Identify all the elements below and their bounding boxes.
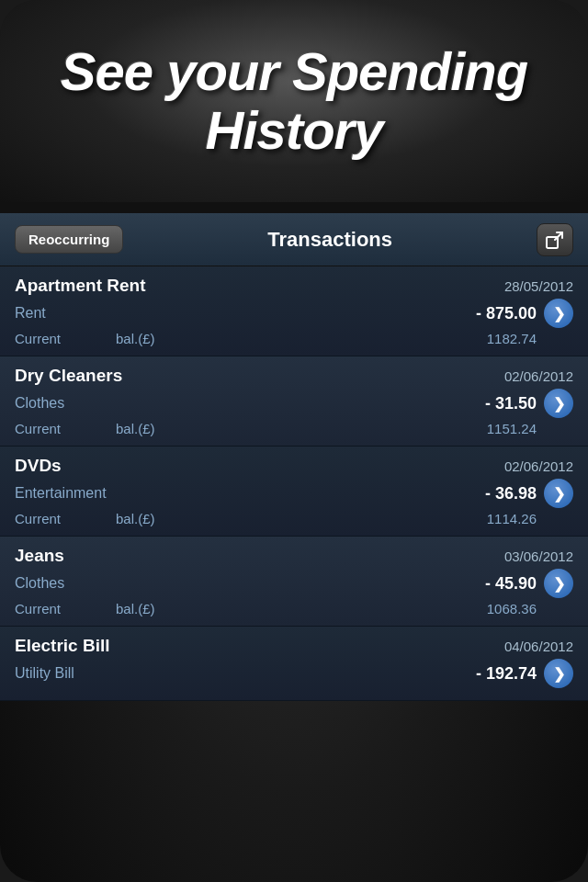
- tx-balance-0: 1182.74: [487, 331, 573, 346]
- tx-bal-label-1: bal.(£): [116, 421, 155, 436]
- separator: [0, 202, 588, 213]
- tx-detail-button-1[interactable]: ❯: [544, 389, 573, 418]
- tx-date-0: 28/05/2012: [504, 278, 573, 294]
- tx-date-3: 03/06/2012: [504, 548, 573, 564]
- chevron-right-icon: ❯: [553, 485, 565, 503]
- table-row: Jeans 03/06/2012 Clothes - 45.90 ❯ Curre…: [0, 537, 588, 627]
- transaction-list: Apartment Rent 28/05/2012 Rent - 875.00 …: [0, 266, 588, 701]
- tx-date-4: 04/06/2012: [504, 639, 573, 654]
- chevron-right-icon: ❯: [553, 395, 565, 413]
- toolbar-title: Transactions: [123, 228, 537, 252]
- hero-section: See your Spending History: [0, 0, 588, 202]
- tx-balance-2: 1114.26: [487, 511, 573, 526]
- tx-title-0: Apartment Rent: [15, 276, 146, 296]
- tx-detail-button-3[interactable]: ❯: [544, 569, 573, 598]
- tx-category-0: Rent: [15, 305, 46, 322]
- tx-bal-label-3: bal.(£): [116, 601, 155, 616]
- chevron-right-icon: ❯: [553, 575, 565, 593]
- tx-title-2: DVDs: [15, 456, 62, 476]
- toolbar: Reoccurring Transactions: [0, 213, 588, 266]
- tx-category-4: Utility Bill: [15, 665, 74, 682]
- tx-current-1: Current: [15, 421, 61, 436]
- reoccurring-button[interactable]: Reoccurring: [15, 225, 123, 254]
- tx-balance-3: 1068.36: [487, 601, 573, 616]
- export-button[interactable]: [537, 223, 573, 256]
- tx-category-3: Clothes: [15, 575, 64, 592]
- tx-category-2: Entertainment: [15, 485, 107, 502]
- tx-balance-1: 1151.24: [487, 421, 573, 436]
- table-row: Apartment Rent 28/05/2012 Rent - 875.00 …: [0, 266, 588, 356]
- table-row: Electric Bill 04/06/2012 Utility Bill - …: [0, 627, 588, 701]
- tx-amount-2: - 36.98: [454, 484, 537, 503]
- tx-detail-button-2[interactable]: ❯: [544, 479, 573, 508]
- tx-title-1: Dry Cleaners: [15, 366, 122, 386]
- tx-bal-label-0: bal.(£): [116, 331, 155, 346]
- tx-category-1: Clothes: [15, 395, 64, 412]
- tx-current-3: Current: [15, 601, 61, 616]
- tx-bal-label-2: bal.(£): [116, 511, 155, 526]
- tx-amount-3: - 45.90: [454, 574, 537, 594]
- export-icon: [545, 230, 565, 250]
- tx-amount-4: - 192.74: [454, 664, 537, 684]
- tx-current-2: Current: [15, 511, 61, 526]
- table-row: Dry Cleaners 02/06/2012 Clothes - 31.50 …: [0, 356, 588, 447]
- tx-date-2: 02/06/2012: [504, 458, 573, 474]
- table-row: DVDs 02/06/2012 Entertainment - 36.98 ❯ …: [0, 447, 588, 537]
- hero-title: See your Spending History: [0, 42, 588, 160]
- chevron-right-icon: ❯: [553, 305, 565, 322]
- chevron-right-icon: ❯: [553, 665, 565, 683]
- tx-detail-button-0[interactable]: ❯: [544, 299, 573, 328]
- tx-detail-button-4[interactable]: ❯: [544, 659, 573, 688]
- tx-current-0: Current: [15, 331, 61, 346]
- tx-title-3: Jeans: [15, 546, 64, 566]
- tx-date-1: 02/06/2012: [504, 368, 573, 384]
- tx-amount-1: - 31.50: [454, 394, 537, 413]
- tx-amount-0: - 875.00: [454, 304, 537, 323]
- phone-frame: See your Spending History Reoccurring Tr…: [0, 0, 588, 882]
- tx-title-4: Electric Bill: [15, 636, 110, 656]
